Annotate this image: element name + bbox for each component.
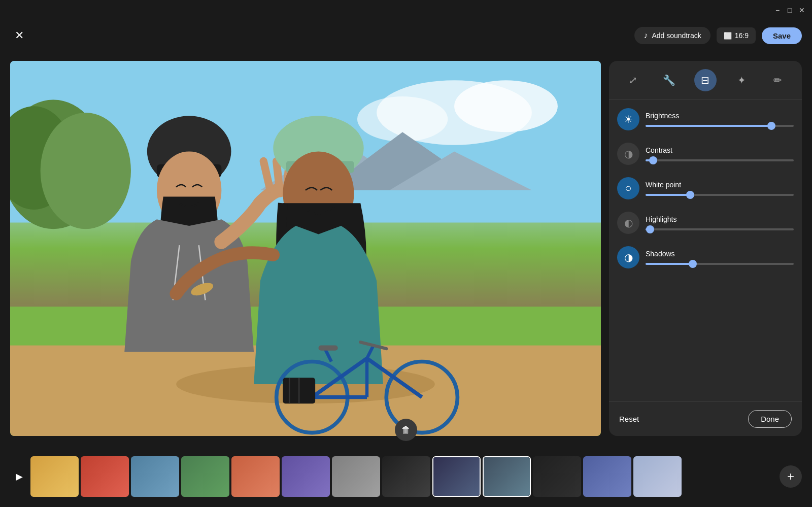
done-button[interactable]: Done [748, 410, 792, 428]
film-thumb-6[interactable] [282, 456, 330, 497]
trash-icon: 🗑 [401, 425, 411, 435]
wrench-icon: 🔧 [663, 74, 675, 86]
shadows-icon: ◑ [624, 251, 633, 263]
contrast-label: Contrast [646, 146, 794, 154]
title-bar: − □ ✕ [0, 0, 812, 20]
highlights-icon: ◐ [624, 217, 633, 229]
film-thumb-image-4 [181, 456, 229, 497]
shadows-fill [646, 263, 693, 265]
film-thumb-9[interactable] [432, 456, 481, 497]
pen-tab[interactable]: ✏ [766, 69, 789, 91]
contrast-icon-button[interactable]: ◑ [617, 143, 639, 165]
window-close-button[interactable]: ✕ [798, 6, 806, 14]
film-thumb-3[interactable] [131, 456, 179, 497]
brightness-icon-button[interactable]: ☀ [617, 108, 639, 130]
aspect-icon: ⬜ [724, 32, 732, 40]
film-thumb-image-6 [282, 456, 330, 497]
adjust-tab[interactable]: 🔧 [658, 69, 681, 91]
sliders-icon: ⊟ [701, 74, 709, 86]
film-thumb-image-3 [131, 456, 179, 497]
contrast-thumb[interactable] [649, 156, 657, 164]
svg-line-21 [277, 161, 280, 190]
close-editor-button[interactable]: ✕ [10, 26, 28, 45]
tool-tabs: ⤢ 🔧 ⊟ ✦ ✏ [609, 61, 802, 100]
filter-tab[interactable]: ⊟ [694, 69, 717, 91]
contrast-icon: ◑ [624, 148, 633, 160]
highlights-slider[interactable] [646, 228, 794, 230]
film-thumb-5[interactable] [231, 456, 280, 497]
delete-button[interactable]: 🗑 [395, 419, 417, 441]
shadows-row: ◑ Shadows [617, 246, 794, 268]
contrast-slider[interactable] [646, 159, 794, 161]
play-icon: ▶ [16, 471, 23, 482]
crop-tab[interactable]: ⤢ [622, 69, 645, 91]
film-thumb-10[interactable] [483, 456, 531, 497]
contrast-control: Contrast [646, 146, 794, 161]
minimize-button[interactable]: − [773, 6, 782, 14]
music-icon: ♪ [644, 31, 648, 40]
film-thumb-image-8 [382, 456, 430, 497]
brightness-thumb[interactable] [767, 122, 775, 130]
brightness-row: ☀ Brightness [617, 108, 794, 130]
top-bar: ✕ ♪ Add soundtrack ⬜ 16:9 Save [0, 20, 812, 51]
maximize-button[interactable]: □ [786, 6, 794, 14]
film-thumb-8[interactable] [382, 456, 430, 497]
whitepoint-icon: ○ [625, 182, 631, 195]
top-bar-actions: ♪ Add soundtrack ⬜ 16:9 Save [634, 27, 802, 44]
filmstrip: ▶ + [0, 446, 812, 507]
effects-tab[interactable]: ✦ [730, 69, 753, 91]
save-button[interactable]: Save [762, 27, 802, 44]
film-thumb-1[interactable] [30, 456, 79, 497]
brightness-label: Brightness [646, 112, 794, 120]
shadows-icon-button[interactable]: ◑ [617, 246, 639, 268]
whitepoint-icon-button[interactable]: ○ [617, 177, 639, 199]
video-preview [10, 61, 601, 436]
film-thumb-image-7 [332, 456, 380, 497]
add-soundtrack-button[interactable]: ♪ Add soundtrack [634, 27, 710, 44]
preview-svg [10, 61, 601, 436]
shadows-slider[interactable] [646, 263, 794, 265]
film-thumb-7[interactable] [332, 456, 380, 497]
film-thumb-11[interactable] [533, 456, 581, 497]
play-button[interactable]: ▶ [10, 467, 28, 486]
contrast-row: ◑ Contrast [617, 143, 794, 165]
svg-point-9 [41, 113, 131, 229]
right-panel: ⤢ 🔧 ⊟ ✦ ✏ ☀ Brightness [609, 61, 802, 436]
film-thumb-13[interactable] [633, 456, 682, 497]
film-thumb-image-11 [533, 456, 581, 497]
shadows-label: Shadows [646, 250, 794, 258]
pen-icon: ✏ [773, 74, 782, 86]
svg-rect-37 [318, 346, 337, 351]
shadows-thumb[interactable] [689, 260, 697, 268]
film-thumb-2[interactable] [81, 456, 129, 497]
shadows-control: Shadows [646, 250, 794, 265]
highlights-label: Highlights [646, 215, 794, 223]
film-thumb-12[interactable] [583, 456, 631, 497]
whitepoint-thumb[interactable] [686, 191, 694, 199]
whitepoint-label: White point [646, 181, 794, 189]
add-clip-button[interactable]: + [780, 465, 802, 488]
crop-icon: ⤢ [629, 74, 637, 86]
highlights-control: Highlights [646, 215, 794, 230]
film-thumb-image-13 [633, 456, 682, 497]
whitepoint-row: ○ White point [617, 177, 794, 199]
main-area: ⤢ 🔧 ⊟ ✦ ✏ ☀ Brightness [0, 51, 812, 446]
brightness-icon: ☀ [624, 113, 633, 125]
film-thumb-image-5 [231, 456, 280, 497]
brightness-control: Brightness [646, 112, 794, 127]
highlights-icon-button[interactable]: ◐ [617, 212, 639, 234]
brightness-fill [646, 125, 771, 127]
brightness-slider[interactable] [646, 125, 794, 127]
sparkle-icon: ✦ [737, 74, 746, 86]
film-thumb-image-12 [583, 456, 631, 497]
adjustments-panel: ☀ Brightness ◑ Contrast [609, 100, 802, 401]
bottom-actions: Reset Done [609, 401, 802, 436]
film-thumb-image-1 [30, 456, 79, 497]
film-thumb-image-10 [484, 457, 530, 496]
whitepoint-slider[interactable] [646, 194, 794, 196]
highlights-thumb[interactable] [646, 225, 654, 233]
film-thumb-4[interactable] [181, 456, 229, 497]
preview-image [10, 61, 601, 436]
reset-button[interactable]: Reset [619, 415, 639, 423]
aspect-ratio-button[interactable]: ⬜ 16:9 [717, 27, 756, 44]
